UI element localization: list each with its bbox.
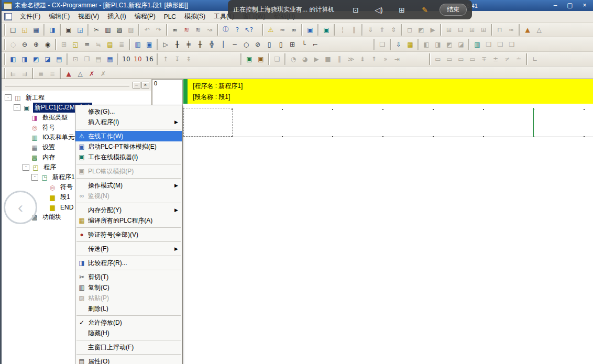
menu-edit[interactable]: 编辑(E) bbox=[45, 11, 74, 22]
help-icon[interactable]: ? bbox=[232, 24, 243, 36]
pt-transfer-icon[interactable]: ▣ bbox=[255, 53, 267, 65]
context-menu-item-compare-program[interactable]: ◨比较程序(R)... bbox=[75, 258, 182, 268]
vertical-line-icon[interactable]: │ bbox=[217, 39, 229, 50]
coil-closed-icon[interactable]: ⊘ bbox=[252, 39, 263, 50]
workspace-close-button[interactable]: × bbox=[141, 82, 149, 89]
dock-button[interactable]: – bbox=[133, 82, 140, 89]
new-file-icon[interactable]: □ bbox=[7, 24, 19, 36]
symbol-bar-icon[interactable]: ≡ bbox=[81, 39, 93, 50]
about-info-icon[interactable]: ⓘ bbox=[220, 24, 232, 36]
watch-window-icon[interactable]: ◩ bbox=[30, 53, 42, 65]
print-icon[interactable]: ▣ bbox=[63, 24, 74, 36]
zoom-actual-icon[interactable]: ◉ bbox=[42, 39, 53, 50]
contact-nc-icon[interactable]: ╫ bbox=[194, 39, 206, 50]
fullscreen-icon[interactable]: ⊡ bbox=[348, 4, 364, 16]
menu-insert[interactable]: 插入(I) bbox=[103, 11, 130, 22]
save-icon[interactable]: ▦ bbox=[30, 24, 42, 36]
coil-icon[interactable]: ○ bbox=[240, 39, 252, 50]
line-erase-icon[interactable]: ⌐ bbox=[310, 39, 321, 50]
ladder-view-icon[interactable]: ▤ bbox=[104, 39, 116, 50]
context-menu-item-insert-program[interactable]: 插入程序(I)▶ bbox=[75, 117, 182, 127]
copy-icon[interactable]: ▥ bbox=[102, 24, 114, 36]
menu-view[interactable]: 视图(V) bbox=[74, 11, 103, 22]
pt-monitor-icon[interactable]: ▣ bbox=[244, 53, 255, 65]
context-menu-item-allow-docking[interactable]: ✓允许停放(D) bbox=[75, 317, 182, 328]
restore-button[interactable]: ▢ bbox=[565, 1, 575, 9]
contact-no-or-icon[interactable]: ╪ bbox=[183, 39, 194, 50]
context-help-icon[interactable]: ↖? bbox=[243, 24, 255, 36]
zoom-out-icon[interactable]: ⊖ bbox=[19, 39, 30, 50]
force-reset-bit-icon[interactable]: △ bbox=[74, 68, 86, 80]
line-connect-icon[interactable]: └ bbox=[298, 39, 310, 50]
search-symbol-icon[interactable]: ≋ bbox=[192, 24, 204, 36]
context-menu-item-cut[interactable]: ✂剪切(T) bbox=[75, 272, 182, 282]
instruction-box-icon[interactable]: ▯ bbox=[263, 39, 275, 50]
rung-number[interactable]: 0 bbox=[152, 79, 182, 107]
force-set-icon[interactable]: ▲ bbox=[522, 24, 533, 36]
compile-all-icon[interactable]: ▦ bbox=[404, 39, 416, 50]
hex-16-icon[interactable]: 16 bbox=[144, 53, 155, 65]
collapse-expander-icon[interactable]: - bbox=[31, 174, 38, 181]
context-menu-item-compile-all-plc-programs[interactable]: ▦编译所有的PLC程序(A) bbox=[75, 215, 182, 226]
menu-simulation[interactable]: 模拟(S) bbox=[180, 11, 210, 22]
end-session-button[interactable]: 结束 bbox=[440, 4, 467, 16]
crosshair-icon[interactable]: ⊞ bbox=[394, 4, 410, 16]
collapse-expander-icon[interactable]: - bbox=[5, 94, 12, 101]
force-release-icon[interactable]: △ bbox=[533, 24, 545, 36]
online-with-simulator-icon[interactable]: ∞ bbox=[288, 24, 300, 36]
menu-file[interactable]: 文件(F) bbox=[16, 11, 45, 22]
compare-programs-icon[interactable]: ◨ bbox=[47, 24, 58, 36]
paste-icon[interactable]: ▨ bbox=[114, 24, 125, 36]
drag-handle[interactable] bbox=[5, 84, 129, 86]
minimize-button[interactable]: – bbox=[550, 1, 561, 9]
context-menu-item-work-online[interactable]: ⚠在线工作(W) bbox=[75, 131, 182, 141]
properties-window-icon[interactable]: ▤ bbox=[53, 53, 65, 65]
find-icon[interactable]: ∞ bbox=[169, 24, 181, 36]
remote-sidebar-toggle[interactable]: ‹ bbox=[4, 191, 37, 224]
print-preview-icon[interactable]: ◲ bbox=[74, 24, 86, 36]
context-menu-item-start-plc-pt-simulation[interactable]: ▣启动PLC-PT整体模拟(E) bbox=[75, 141, 182, 152]
cut-icon[interactable]: ✂ bbox=[91, 24, 102, 36]
mdi-child-icon[interactable] bbox=[4, 13, 12, 20]
context-menu-item-properties[interactable]: ▤属性(O) bbox=[75, 356, 182, 364]
fb-invocation-icon[interactable]: ⊞ bbox=[287, 39, 298, 50]
context-menu-item-transfer[interactable]: 传送(F)▶ bbox=[75, 244, 182, 254]
menu-program[interactable]: 编程(P) bbox=[130, 11, 160, 22]
pen-icon[interactable]: ✎ bbox=[417, 4, 433, 16]
context-menu-item-float-on-main-window[interactable]: 主窗口上浮动(F) bbox=[75, 342, 182, 352]
force-cancel-icon[interactable]: ✗ bbox=[86, 68, 97, 80]
dialog-view-icon[interactable]: ▦ bbox=[104, 53, 116, 65]
workspace-window-icon[interactable]: ◧ bbox=[7, 53, 19, 65]
select-mode-icon[interactable]: ▷ bbox=[160, 39, 171, 50]
file-transfer-icon[interactable]: ⇩ bbox=[393, 39, 404, 50]
comment-view-icon[interactable]: ▣ bbox=[144, 39, 155, 50]
rung-comment-icon[interactable]: ◱ bbox=[70, 39, 81, 50]
work-online-simulator-icon[interactable]: ▣ bbox=[321, 24, 332, 36]
force-set-bit-icon[interactable]: ▲ bbox=[63, 68, 74, 80]
open-file-icon[interactable]: ◱ bbox=[19, 24, 30, 36]
instruction-inverted-icon[interactable]: ▯ bbox=[275, 39, 287, 50]
local-symbol-table-icon[interactable]: ▥ bbox=[471, 39, 483, 50]
context-menu-item-memory-allocation[interactable]: 内存分配(Y)▶ bbox=[75, 205, 182, 215]
collapse-expander-icon[interactable]: - bbox=[14, 104, 20, 111]
ladder-cursor-cell[interactable] bbox=[183, 108, 233, 137]
contact-nc-or-icon[interactable]: ╬ bbox=[206, 39, 217, 50]
work-online-icon[interactable]: ⚠ bbox=[265, 24, 277, 36]
context-menu-item-modify[interactable]: 修改(G)... bbox=[75, 106, 182, 117]
auto-online-icon[interactable]: ≂ bbox=[277, 24, 288, 36]
close-button[interactable]: × bbox=[579, 1, 590, 9]
tree-item-project[interactable]: -◫新工程 bbox=[2, 93, 151, 103]
context-menu-item-operating-mode[interactable]: 操作模式(M)▶ bbox=[75, 180, 182, 191]
signed-decimal-10-icon[interactable]: 10 bbox=[132, 53, 144, 65]
contact-no-icon[interactable]: ╂ bbox=[171, 39, 183, 50]
zoom-in-icon[interactable]: ⊕ bbox=[30, 39, 42, 50]
context-menu-item-verify-symbols-all[interactable]: ●验证符号(全部)(V) bbox=[75, 229, 182, 240]
horizontal-line-icon[interactable]: ─ bbox=[229, 39, 240, 50]
context-menu-item-hide[interactable]: 隐藏(H) bbox=[75, 328, 182, 338]
collapse-expander-icon[interactable]: - bbox=[23, 164, 29, 171]
cross-reference-icon[interactable]: ◪ bbox=[42, 53, 53, 65]
plc-pt-simulation-icon[interactable]: ▣ bbox=[304, 24, 316, 36]
context-menu-item-delete[interactable]: 删除(L) bbox=[75, 303, 182, 314]
replace-icon[interactable]: ≋ bbox=[181, 24, 192, 36]
address-reference-icon[interactable]: ▥ bbox=[132, 39, 144, 50]
